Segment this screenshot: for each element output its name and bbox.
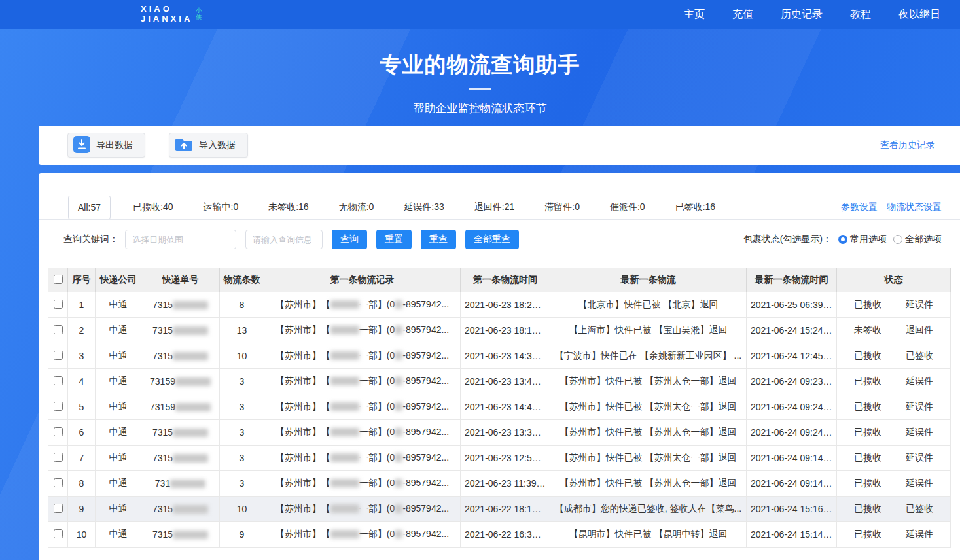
first-record-mid: 一部】(0: [359, 299, 395, 309]
cell-first-record: 【苏州市】【一部】(0-8957942...: [264, 394, 461, 420]
tab[interactable]: 运输中:0: [196, 196, 247, 219]
nav-item[interactable]: 充值: [732, 8, 753, 22]
logistics-status-settings-link[interactable]: 物流状态设置: [887, 201, 942, 213]
row-checkbox[interactable]: [54, 402, 63, 411]
table-row: 3 中通 7315 10 【苏州市】【一部】(0-8957942... 2021…: [48, 343, 951, 369]
status-secondary: 延误件: [906, 299, 933, 311]
row-checkbox[interactable]: [54, 529, 63, 538]
cell-company: 中通: [96, 522, 141, 548]
recheck-button[interactable]: 重查: [421, 230, 456, 249]
nav-item[interactable]: 夜以继日: [898, 8, 940, 22]
redacted-blur: [330, 326, 359, 334]
tab[interactable]: 延误件:33: [396, 196, 452, 219]
first-record-suffix: -8957942...: [402, 401, 449, 411]
radio-option[interactable]: 全部选项: [893, 234, 942, 245]
cell-status: 已揽收 延误件: [837, 420, 951, 446]
cell-index: 4: [68, 369, 96, 394]
date-range-input[interactable]: [125, 230, 236, 249]
tab[interactable]: All:57: [68, 196, 111, 219]
cell-tracking-number: 7315: [141, 497, 220, 522]
cell-checkbox: [48, 343, 68, 369]
redacted-blur: [330, 504, 359, 513]
cell-first-record: 【苏州市】【一部】(0-8957942...: [264, 318, 461, 343]
import-data-button[interactable]: 导入数据: [169, 133, 248, 158]
select-all-checkbox[interactable]: [54, 275, 63, 284]
radio-option[interactable]: 常用选项: [838, 234, 887, 245]
column-header-logistics-count: 物流条数: [220, 268, 264, 292]
nav-item[interactable]: 主页: [684, 8, 705, 22]
row-checkbox[interactable]: [54, 300, 63, 309]
status-primary: 未签收: [854, 324, 881, 336]
cell-logistics-count: 3: [220, 369, 264, 394]
cell-latest-time: 2021-06-25 06:39:44: [747, 292, 837, 318]
query-input[interactable]: [245, 230, 323, 249]
tab[interactable]: 无物流:0: [331, 196, 382, 219]
status-primary: 已揽收: [854, 401, 881, 413]
redacted-blur: [395, 428, 402, 436]
cell-tracking-number: 7315: [141, 522, 220, 548]
status-pair: 已揽收 延误件: [841, 401, 946, 413]
params-settings-link[interactable]: 参数设置: [841, 201, 878, 213]
nav-item[interactable]: 教程: [850, 8, 871, 22]
row-checkbox[interactable]: [54, 453, 63, 462]
status-primary: 已揽收: [854, 427, 881, 438]
table-row: 2 中通 7315 13 【苏州市】【一部】(0-8957942... 2021…: [48, 318, 951, 343]
status-secondary: 延误件: [906, 529, 933, 540]
cell-logistics-count: 3: [220, 471, 264, 497]
status-primary: 已揽收: [854, 503, 881, 515]
keyword-label: 查询关键词：: [63, 234, 118, 245]
first-record-mid: 一部】(0: [359, 529, 395, 539]
row-checkbox[interactable]: [54, 325, 63, 334]
nav-menu: 主页充值历史记录教程夜以继日: [684, 8, 940, 22]
tab[interactable]: 已揽收:40: [125, 196, 181, 219]
top-navbar: XIAO JIANXIA 小侠 主页充值历史记录教程夜以继日: [0, 0, 960, 29]
filter-bar: 查询关键词： 查询 重置 重查 全部重查 包裹状态(勾选显示)： 常用选项 全部…: [39, 220, 960, 249]
view-history-link[interactable]: 查看历史记录: [880, 139, 935, 151]
cell-status: 未签收 退回件: [837, 318, 951, 343]
table-row: 8 中通 731 3 【苏州市】【一部】(0-8957942... 2021-0…: [48, 471, 951, 497]
tab[interactable]: 催派件:0: [602, 196, 653, 219]
redacted-blur: [395, 377, 402, 385]
row-checkbox[interactable]: [54, 504, 63, 513]
status-secondary: 延误件: [906, 376, 933, 387]
redacted-blur: [395, 402, 402, 411]
row-checkbox[interactable]: [54, 351, 63, 360]
nav-item[interactable]: 历史记录: [781, 8, 823, 22]
first-record-prefix: 【苏州市】【: [276, 350, 330, 360]
cell-logistics-count: 9: [220, 522, 264, 548]
logo[interactable]: XIAO JIANXIA 小侠: [141, 5, 204, 24]
redacted-blur: [330, 300, 359, 309]
export-data-button[interactable]: 导出数据: [67, 133, 145, 158]
first-record-prefix: 【苏州市】【: [276, 299, 330, 309]
row-checkbox[interactable]: [54, 478, 63, 487]
cell-latest-record: 【苏州市】快件已被 【苏州太仓一部】退回: [550, 369, 747, 394]
first-record-suffix: -8957942...: [402, 350, 449, 360]
search-button[interactable]: 查询: [332, 230, 367, 249]
redacted-blur: [173, 454, 208, 463]
status-pair: 已揽收 已签收: [841, 350, 946, 362]
package-status-filter: 包裹状态(勾选显示)： 常用选项 全部选项: [743, 234, 942, 245]
cell-tracking-number: 7315: [141, 446, 220, 471]
first-record-prefix: 【苏州市】【: [276, 452, 330, 463]
first-record-suffix: -8957942...: [402, 299, 449, 309]
recheck-all-button[interactable]: 全部重查: [465, 230, 519, 249]
cell-first-record: 【苏州市】【一部】(0-8957942...: [264, 446, 461, 471]
shipments-table: 序号 快递公司 快递单号 物流条数 第一条物流记录 第一条物流时间 最新一条物流…: [48, 268, 951, 548]
tab[interactable]: 退回件:21: [467, 196, 522, 219]
reset-button[interactable]: 重置: [376, 230, 412, 249]
cell-first-time: 2021-06-23 11:39:11: [461, 471, 550, 497]
redacted-blur: [170, 480, 205, 488]
hero: 专业的物流查询助手 帮助企业监控物流状态环节: [0, 29, 960, 126]
table-row: 1 中通 7315 8 【苏州市】【一部】(0-8957942... 2021-…: [48, 292, 951, 318]
tab[interactable]: 滞留件:0: [537, 196, 588, 219]
package-status-label: 包裹状态(勾选显示)：: [743, 234, 832, 245]
column-header-status: 状态: [837, 268, 951, 292]
row-checkbox[interactable]: [54, 427, 63, 436]
tracking-prefix: 7315: [152, 453, 173, 463]
cell-logistics-count: 8: [220, 292, 264, 318]
row-checkbox[interactable]: [54, 376, 63, 385]
cell-first-time: 2021-06-23 14:30:27: [461, 343, 550, 369]
tab[interactable]: 未签收:16: [260, 196, 316, 219]
first-record-mid: 一部】(0: [359, 350, 395, 360]
tab[interactable]: 已签收:16: [667, 196, 723, 219]
